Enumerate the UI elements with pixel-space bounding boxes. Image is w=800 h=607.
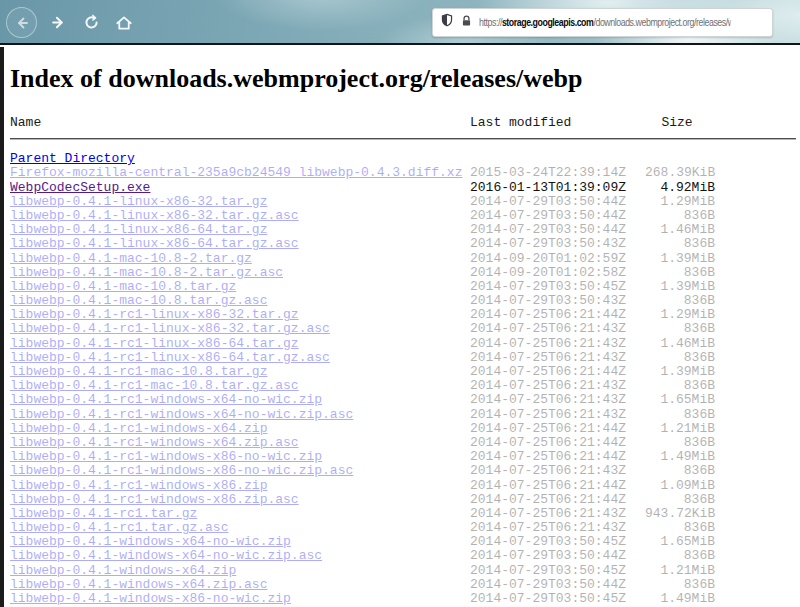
file-link[interactable]: WebpCodecSetup.exe — [10, 181, 150, 195]
file-row: libwebp-0.4.1-mac-10.8.tar.gz 2014-07-29… — [10, 280, 800, 294]
file-size: 1.65MiB — [645, 535, 715, 549]
file-modified: 2014-07-25T06:21:43Z — [470, 521, 645, 535]
reload-icon — [83, 14, 100, 31]
file-link[interactable]: libwebp-0.4.1-rc1-linux-x86-64.tar.gz — [10, 337, 299, 351]
file-row: libwebp-0.4.1-linux-x86-64.tar.gz.asc 20… — [10, 237, 800, 251]
file-link[interactable]: libwebp-0.4.1-mac-10.8-2.tar.gz.asc — [10, 266, 283, 280]
file-link[interactable]: libwebp-0.4.1-windows-x64.zip.asc — [10, 578, 267, 592]
file-link[interactable]: libwebp-0.4.1-rc1-windows-x86-no-wic.zip… — [10, 464, 353, 478]
file-modified: 2014-07-25T06:21:44Z — [470, 479, 645, 493]
file-link[interactable]: libwebp-0.4.1-linux-x86-64.tar.gz — [10, 223, 267, 237]
file-modified: 2014-07-25T06:21:43Z — [470, 393, 645, 407]
file-size: 1.39MiB — [645, 252, 715, 266]
file-modified: 2014-07-25T06:21:43Z — [470, 337, 645, 351]
file-link[interactable]: Parent Directory — [10, 152, 135, 166]
file-size: 1.65MiB — [645, 393, 715, 407]
file-modified: 2014-07-25T06:21:43Z — [470, 408, 645, 422]
file-link[interactable]: libwebp-0.4.1-windows-x64-no-wic.zip — [10, 535, 291, 549]
file-size: 1.21MiB — [645, 564, 715, 578]
file-link[interactable]: libwebp-0.4.1-rc1.tar.gz — [10, 507, 197, 521]
file-size: 836B — [645, 549, 715, 563]
tracking-protection-shield-icon[interactable] — [440, 13, 454, 32]
file-link[interactable]: libwebp-0.4.1-rc1-windows-x64.zip — [10, 422, 267, 436]
file-row: Firefox-mozilla-central-235a9cb24549_lib… — [10, 166, 800, 180]
file-link[interactable]: libwebp-0.4.1-windows-x64.zip — [10, 564, 236, 578]
file-modified: 2014-07-29T03:50:45Z — [470, 535, 645, 549]
file-modified: 2014-07-25T06:21:43Z — [470, 507, 645, 521]
file-link[interactable]: libwebp-0.4.1-rc1-windows-x86-no-wic.zip — [10, 450, 322, 464]
browser-toolbar: https://storage.googleapis.com/downloads… — [0, 0, 800, 45]
file-link[interactable]: libwebp-0.4.1-rc1-linux-x86-32.tar.gz — [10, 308, 299, 322]
forward-button[interactable] — [46, 11, 70, 35]
file-link[interactable]: libwebp-0.4.1-rc1-windows-x64.zip.asc — [10, 436, 299, 450]
file-modified: 2014-07-29T03:50:44Z — [470, 195, 645, 209]
file-link[interactable]: libwebp-0.4.1-mac-10.8-2.tar.gz — [10, 252, 252, 266]
file-modified: 2014-07-25T06:21:44Z — [470, 422, 645, 436]
url-text: https://storage.googleapis.com/downloads… — [479, 17, 731, 28]
url-bar[interactable]: https://storage.googleapis.com/downloads… — [432, 8, 773, 37]
page-content: Index of downloads.webmproject.org/relea… — [0, 47, 800, 607]
reload-button[interactable] — [79, 11, 103, 35]
column-header-last-modified: Last modified — [470, 116, 645, 130]
file-size: 836B — [645, 408, 715, 422]
file-link[interactable]: libwebp-0.4.1-mac-10.8.tar.gz.asc — [10, 294, 267, 308]
file-row: libwebp-0.4.1-rc1.tar.gz.asc 2014-07-25T… — [10, 521, 800, 535]
file-row: libwebp-0.4.1-rc1.tar.gz 2014-07-25T06:2… — [10, 507, 800, 521]
file-size: 1.49MiB — [645, 450, 715, 464]
file-link[interactable]: libwebp-0.4.1-rc1-windows-x86.zip.asc — [10, 493, 299, 507]
file-size: 1.46MiB — [645, 337, 715, 351]
file-size: 268.39KiB — [645, 166, 715, 180]
file-modified: 2014-07-25T06:21:43Z — [470, 322, 645, 336]
file-row: libwebp-0.4.1-linux-x86-32.tar.gz 2014-0… — [10, 195, 800, 209]
file-link[interactable]: libwebp-0.4.1-windows-x86-no-wic.zip — [10, 592, 291, 606]
file-link[interactable]: libwebp-0.4.1-rc1-windows-x64-no-wic.zip… — [10, 408, 353, 422]
file-modified: 2014-07-25T06:21:43Z — [470, 379, 645, 393]
forward-arrow-icon — [50, 14, 67, 31]
file-size — [645, 152, 715, 166]
file-row: libwebp-0.4.1-rc1-mac-10.8.tar.gz 2014-0… — [10, 365, 800, 379]
file-modified: 2014-07-29T03:50:44Z — [470, 223, 645, 237]
file-modified: 2014-07-25T06:21:44Z — [470, 308, 645, 322]
file-link[interactable]: libwebp-0.4.1-linux-x86-64.tar.gz.asc — [10, 237, 299, 251]
file-row: libwebp-0.4.1-windows-x64.zip.asc 2014-0… — [10, 578, 800, 592]
file-row: WebpCodecSetup.exe 2016-01-13T01:39:09Z … — [10, 181, 800, 195]
file-link[interactable]: libwebp-0.4.1-mac-10.8.tar.gz — [10, 280, 236, 294]
file-size: 836B — [645, 436, 715, 450]
file-link[interactable]: libwebp-0.4.1-linux-x86-32.tar.gz — [10, 195, 267, 209]
page-title: Index of downloads.webmproject.org/relea… — [10, 64, 800, 94]
file-link[interactable]: libwebp-0.4.1-rc1-mac-10.8.tar.gz — [10, 365, 267, 379]
file-link[interactable]: libwebp-0.4.1-rc1-windows-x64-no-wic.zip — [10, 393, 322, 407]
file-link[interactable]: Firefox-mozilla-central-235a9cb24549_lib… — [10, 166, 462, 180]
file-rows: Parent Directory Firefox-mozilla-central… — [10, 152, 800, 606]
file-modified: 2014-07-29T03:50:45Z — [470, 280, 645, 294]
file-modified: 2014-09-20T01:02:59Z — [470, 252, 645, 266]
url-scheme: https:// — [479, 17, 502, 28]
file-size: 836B — [645, 322, 715, 336]
file-size: 836B — [645, 521, 715, 535]
file-size: 836B — [645, 294, 715, 308]
column-header-name: Name — [10, 116, 470, 130]
file-modified: 2014-07-25T06:21:44Z — [470, 436, 645, 450]
back-arrow-icon — [14, 15, 30, 31]
file-modified: 2014-07-25T06:21:43Z — [470, 351, 645, 365]
file-row: libwebp-0.4.1-mac-10.8-2.tar.gz 2014-09-… — [10, 252, 800, 266]
file-size: 1.21MiB — [645, 422, 715, 436]
file-size: 836B — [645, 578, 715, 592]
file-size: 836B — [645, 493, 715, 507]
file-link[interactable]: libwebp-0.4.1-windows-x64-no-wic.zip.asc — [10, 549, 322, 563]
file-link[interactable]: libwebp-0.4.1-linux-x86-32.tar.gz.asc — [10, 209, 299, 223]
file-link[interactable]: libwebp-0.4.1-rc1-linux-x86-32.tar.gz.as… — [10, 322, 330, 336]
url-domain: storage.googleapis.com — [502, 17, 594, 28]
file-link[interactable]: libwebp-0.4.1-rc1.tar.gz.asc — [10, 521, 228, 535]
back-button[interactable] — [6, 7, 37, 38]
file-modified: 2014-07-29T03:50:44Z — [470, 549, 645, 563]
home-button[interactable] — [112, 11, 136, 35]
file-row: libwebp-0.4.1-rc1-windows-x64-no-wic.zip… — [10, 393, 800, 407]
file-size: 836B — [645, 464, 715, 478]
url-path: /downloads.webmproject.org/releases/webp… — [593, 17, 730, 28]
file-modified: 2014-09-20T01:02:58Z — [470, 266, 645, 280]
lock-icon[interactable] — [460, 14, 473, 32]
file-link[interactable]: libwebp-0.4.1-rc1-windows-x86.zip — [10, 479, 267, 493]
file-link[interactable]: libwebp-0.4.1-rc1-mac-10.8.tar.gz.asc — [10, 379, 299, 393]
file-link[interactable]: libwebp-0.4.1-rc1-linux-x86-64.tar.gz.as… — [10, 351, 330, 365]
